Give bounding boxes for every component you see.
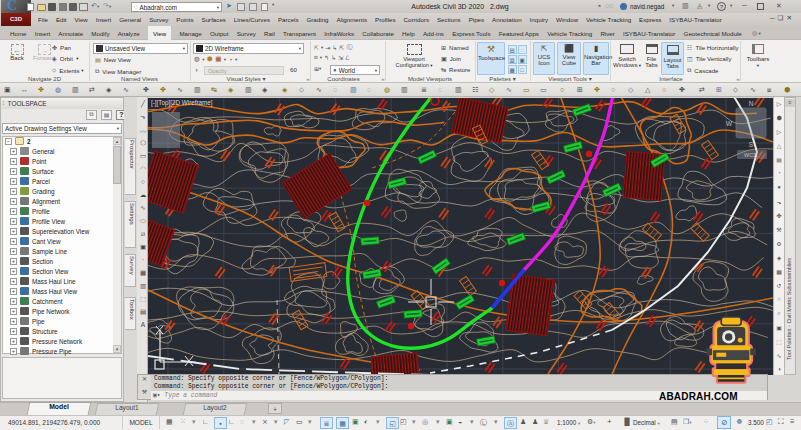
svg-text:W: W: [726, 120, 733, 127]
svg-text:S: S: [749, 141, 754, 148]
svg-text:N: N: [749, 100, 754, 107]
svg-text:WCS: WCS: [744, 152, 757, 158]
svg-text:[-][Top][2D Wireframe]: [-][Top][2D Wireframe]: [151, 99, 213, 107]
